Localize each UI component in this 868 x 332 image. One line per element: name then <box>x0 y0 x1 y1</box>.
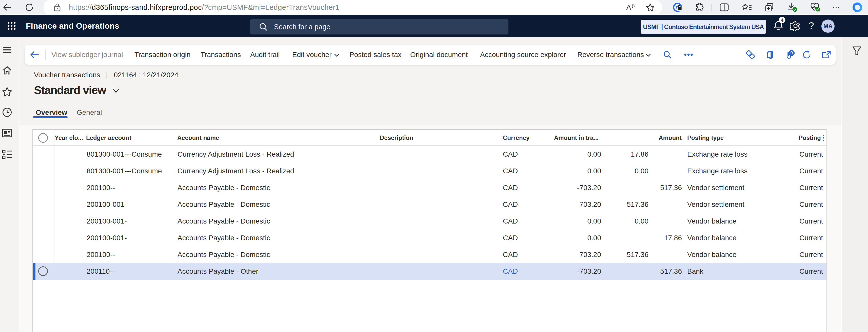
svg-text:0: 0 <box>790 50 793 55</box>
svg-text:4: 4 <box>781 18 784 23</box>
